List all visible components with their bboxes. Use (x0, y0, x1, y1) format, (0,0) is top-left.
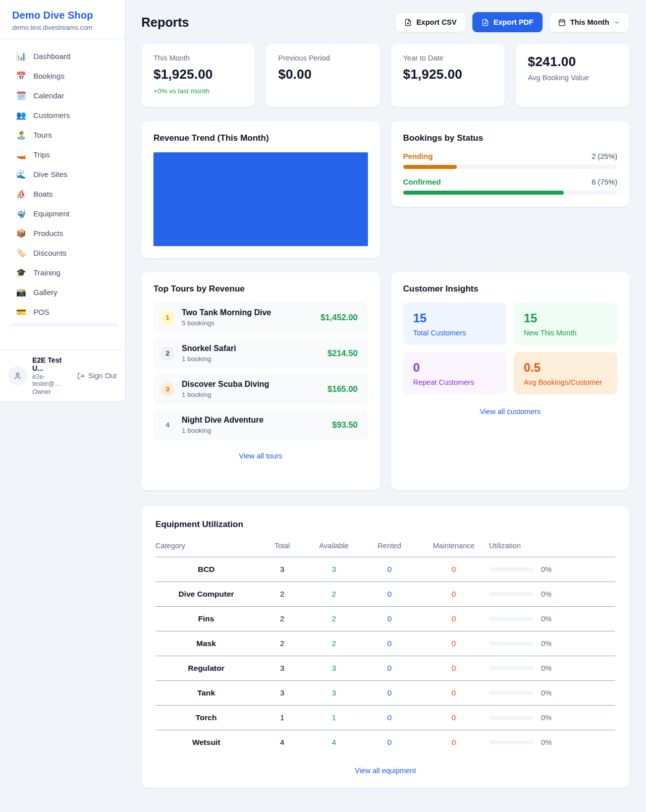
utilization-bar-track (489, 642, 533, 646)
tour-bookings: 1 booking (182, 391, 320, 398)
view-all-tours-link[interactable]: View all tours (153, 452, 368, 460)
utilization-bar-track (489, 666, 533, 670)
top-tours-title: Top Tours by Revenue (153, 284, 368, 294)
revenue-trend-card: Revenue Trend (This Month) (141, 122, 380, 258)
cell-utilization: 0% (489, 730, 615, 755)
sidebar: Demo Dive Shop demo.test.divestreams.com… (0, 0, 125, 402)
equipment-mask-icon: 🤿 (16, 209, 26, 218)
sidebar-item-label: Products (33, 229, 63, 238)
cell-total: 3 (257, 681, 307, 706)
sidebar-item-gallery[interactable]: 📸 Gallery (10, 282, 119, 302)
file-export-icon (404, 19, 412, 26)
charts-row: Revenue Trend (This Month) Bookings by S… (141, 122, 629, 258)
sidebar-item-partial-active[interactable] (10, 323, 119, 327)
metric-label: Repeat Customers (413, 378, 497, 386)
sidebar-header: Demo Dive Shop demo.test.divestreams.com (0, 0, 125, 39)
file-export-icon (481, 19, 489, 26)
cell-available: 4 (307, 730, 360, 755)
sidebar-item-bookings[interactable]: 📅 Bookings (10, 66, 119, 86)
status-count-pending: 2 (25%) (591, 152, 617, 160)
insights-grid: 15 Total Customers 15 New This Month 0 R… (403, 303, 618, 394)
page-title: Reports (141, 15, 189, 30)
tour-list-item[interactable]: 4 Night Dive Adventure 1 booking $93.50 (153, 410, 368, 440)
sidebar-item-dashboard[interactable]: 📊 Dashboard (10, 46, 119, 66)
customer-insights-title: Customer Insights (403, 284, 618, 294)
metric-repeat-customers: 0 Repeat Customers (403, 352, 507, 394)
calendar-icon: 🗓️ (16, 91, 26, 100)
cell-maintenance: 0 (418, 631, 489, 656)
rank-badge: 4 (160, 418, 175, 432)
sidebar-item-trips[interactable]: 🚤 Trips (10, 145, 119, 164)
user-name: E2E Test U... (32, 356, 72, 372)
utilization-bar-track (489, 691, 533, 695)
tour-revenue: $93.50 (332, 420, 357, 430)
export-pdf-button[interactable]: Export PDF (472, 12, 543, 32)
tour-revenue: $1,452.00 (320, 313, 357, 322)
metric-new-this-month: 15 New This Month (514, 303, 617, 345)
sidebar-item-calendar[interactable]: 🗓️ Calendar (10, 86, 119, 105)
metric-value: 0 (413, 361, 497, 375)
utilization-percent: 0% (541, 738, 552, 746)
export-csv-button[interactable]: Export CSV (395, 12, 466, 32)
revenue-trend-title: Revenue Trend (This Month) (153, 133, 368, 143)
cell-category: Wetsuit (155, 730, 257, 755)
tour-list-item[interactable]: 2 Snorkel Safari 1 booking $214.50 (153, 338, 368, 369)
user-panel: E2E Test U... e2e-tester@... Owner Sign … (0, 350, 125, 401)
sidebar-item-equipment[interactable]: 🤿 Equipment (10, 204, 119, 223)
dashboard-icon: 📊 (16, 51, 26, 61)
boats-sailboat-icon: ⛵ (16, 189, 26, 199)
cell-maintenance: 0 (418, 607, 489, 631)
sidebar-item-tours[interactable]: 🏝️ Tours (10, 125, 119, 145)
cell-category: Regulator (155, 656, 257, 681)
stat-value: $1,925.00 (403, 67, 493, 82)
cell-rented: 0 (360, 706, 418, 730)
sidebar-item-dive-sites[interactable]: 🌊 Dive Sites (10, 164, 119, 184)
tour-bookings: 1 booking (182, 427, 325, 434)
table-row: BCD 3 3 0 0 0% (155, 557, 615, 582)
utilization-percent: 0% (541, 640, 552, 648)
view-all-equipment-link[interactable]: View all equipment (155, 767, 615, 775)
cell-maintenance: 0 (418, 557, 489, 582)
cell-rented: 0 (360, 607, 418, 631)
stats-row: This Month $1,925.00 +0% vs last month P… (141, 44, 629, 107)
view-all-customers-link[interactable]: View all customers (403, 408, 618, 416)
bookings-by-status-title: Bookings by Status (403, 133, 618, 143)
cell-maintenance: 0 (418, 582, 489, 607)
sidebar-item-label: Trips (33, 150, 50, 159)
stat-label: This Month (153, 54, 243, 62)
sidebar-item-discounts[interactable]: 🏷️ Discounts (10, 243, 119, 263)
sign-out-label: Sign Out (88, 372, 117, 380)
sidebar-item-pos[interactable]: 💳 POS (10, 302, 119, 322)
cell-utilization: 0% (489, 557, 615, 582)
tour-list-item[interactable]: 1 Two Tank Morning Dive 5 bookings $1,45… (153, 302, 368, 333)
user-email: e2e-tester@... (32, 373, 72, 387)
metric-avg-bookings-customer: 0.5 Avg Bookings/Customer (514, 352, 617, 394)
avatar (8, 366, 27, 385)
stat-card-previous-period: Previous Period $0.00 (266, 44, 380, 107)
sidebar-item-products[interactable]: 📦 Products (10, 223, 119, 243)
sidebar-item-customers[interactable]: 👥 Customers (10, 105, 119, 125)
tour-revenue: $214.50 (328, 349, 358, 358)
user-role: Owner (32, 388, 72, 395)
status-label-pending: Pending (403, 152, 433, 160)
cell-category: Mask (155, 631, 257, 656)
mid-row: Top Tours by Revenue 1 Two Tank Morning … (141, 272, 629, 490)
stat-card-this-month: This Month $1,925.00 +0% vs last month (141, 44, 255, 107)
sidebar-item-training[interactable]: 🎓 Training (10, 263, 119, 282)
period-dropdown[interactable]: This Month (549, 12, 629, 32)
cell-available: 3 (307, 681, 360, 706)
column-header-category: Category (155, 538, 257, 557)
cell-available: 2 (307, 582, 360, 607)
cell-utilization: 0% (489, 582, 615, 607)
sign-out-button[interactable]: Sign Out (77, 372, 117, 380)
sidebar-nav: 📊 Dashboard 📅 Bookings 🗓️ Calendar 👥 Cus… (0, 39, 125, 350)
cell-maintenance: 0 (418, 681, 489, 706)
tour-list-item[interactable]: 3 Discover Scuba Diving 1 booking $165.0… (153, 374, 368, 404)
tour-name: Snorkel Safari (182, 344, 320, 353)
table-row: Torch 1 1 0 0 0% (155, 706, 615, 730)
sidebar-item-boats[interactable]: ⛵ Boats (10, 184, 119, 204)
rank-badge: 1 (160, 311, 175, 325)
metric-value: 15 (524, 311, 607, 325)
cell-available: 1 (307, 706, 360, 730)
sidebar-item-label: Tours (33, 131, 52, 139)
